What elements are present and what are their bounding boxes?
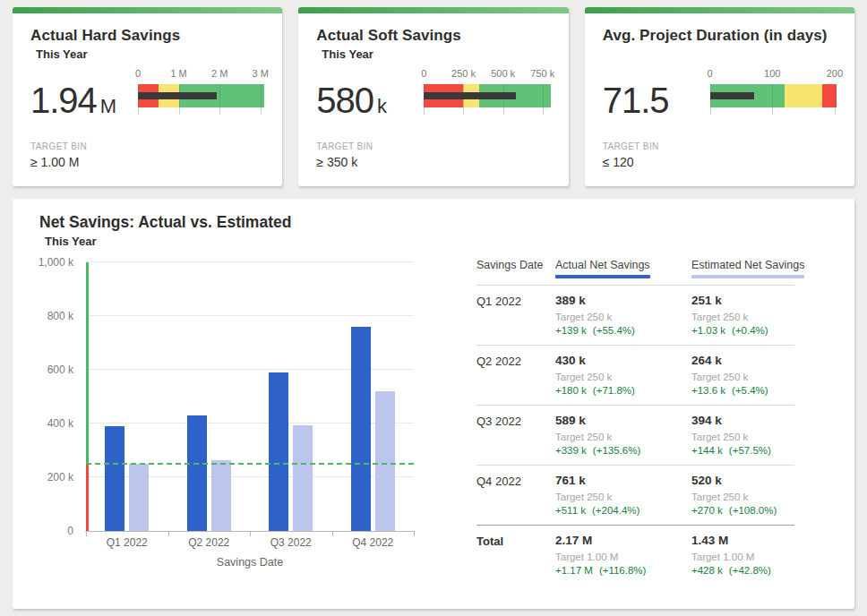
bullet-value-marker [138,92,217,99]
target-line [86,463,414,465]
actual-cell: 589 kTarget 250 k+339 k(+135.6%) [555,414,691,456]
table-row-q3-2022[interactable]: Q3 2022589 kTarget 250 k+339 k(+135.6%)3… [476,406,794,466]
cell-value: 761 k [555,474,691,487]
table-body: Q1 2022389 kTarget 250 k+139 k(+55.4%)25… [476,286,794,585]
category-group-q2-2022 [168,262,251,531]
bullet-chart-soft-savings: 0250 k500 k750 k [424,68,550,127]
bullet-axis-tick: 1 M [170,68,186,79]
x-axis-tick [86,531,87,536]
bullet-axis-tick: 100 [764,68,780,79]
delta-percent: (+5.4%) [732,385,768,396]
kpi-title: Avg. Project Duration (in days) [603,27,837,45]
y-axis-indicator-below-target [86,464,89,531]
y-axis-tick-label: 400 k [47,417,73,430]
panel-subtitle: This Year [45,235,837,248]
kpi-value: 1.94M [30,68,129,121]
actual-cell: 2.17 MTarget 1.00 M+1.17 M(+116.8%) [555,534,691,576]
bullet-tick-line [463,84,464,115]
bullet-axis-tick: 0 [135,68,141,79]
delta-percent: (+55.4%) [593,325,635,336]
bar-estimated-q2-2022[interactable] [211,460,231,531]
estimated-cell: 1.43 MTarget 1.00 M+428 k(+42.8%) [691,534,817,576]
bullet-tick-line [835,84,836,115]
category-group-q3-2022 [250,262,332,531]
kpi-title: Actual Soft Savings [316,27,550,45]
delta-percent: (+135.6%) [593,445,640,456]
delta-amount: +13.6 k [691,385,725,396]
row-label: Q3 2022 [476,414,555,456]
bar-estimated-q3-2022[interactable] [293,425,313,531]
target-bin-value: ≤ 120 [603,155,837,169]
delta-percent: (+116.8%) [599,565,647,576]
x-axis-title: Savings Date [86,556,414,569]
table-row-total[interactable]: Total2.17 MTarget 1.00 M+1.17 M(+116.8%)… [476,525,794,585]
table-row-q4-2022[interactable]: Q4 2022761 kTarget 250 k+511 k(+204.4%)5… [476,466,794,526]
target-bin-label: TARGET BIN [316,141,550,151]
bar-actual-q2-2022[interactable] [187,415,207,531]
category-group-q1-2022 [86,262,168,531]
bar-actual-q1-2022[interactable] [105,426,124,531]
bullet-axis-tick: 250 k [451,68,476,79]
y-axis-tick-label: 200 k [47,471,73,483]
bar-estimated-q1-2022[interactable] [129,464,149,531]
cell-target: Target 250 k [691,432,817,442]
kpi-card-actual-hard-savings: Actual Hard Savings This Year 1.94M 01 M… [13,7,282,186]
bullet-axis-tick: 0 [421,68,426,79]
cell-value: 589 k [555,414,691,427]
panel-title: Net Savings: Actual vs. Estimated [39,213,837,232]
x-axis-labels: Q1 2022Q2 2022Q3 2022Q4 2022 [86,536,414,549]
cell-delta: +270 k(+108.0%) [691,505,817,516]
bar-actual-q3-2022[interactable] [269,372,288,531]
table-header: Savings Date Actual Net Savings Estimate… [476,259,794,286]
table-row-q2-2022[interactable]: Q2 2022430 kTarget 250 k+180 k(+71.8%)26… [476,346,794,406]
cell-target: Target 250 k [555,492,691,502]
y-axis-tick-label: 0 [67,525,73,537]
bar-estimated-q4-2022[interactable] [375,391,395,531]
category-group-q4-2022 [332,262,415,531]
row-label: Q2 2022 [476,354,555,396]
cell-value: 1.43 M [691,534,817,547]
cell-value: 2.17 M [555,534,691,547]
bullet-segment [785,84,822,107]
delta-amount: +144 k [691,445,723,456]
x-axis-tick [414,531,415,536]
bullet-axis-tick: 750 k [530,68,554,79]
bullet-axis-tick: 200 [827,68,843,79]
bullet-axis-tick: 0 [708,68,713,79]
table-row-q1-2022[interactable]: Q1 2022389 kTarget 250 k+139 k(+55.4%)25… [476,286,794,346]
cell-value: 394 k [691,414,817,427]
bullet-tick-line [543,84,544,115]
card-accent-bar [585,7,854,13]
column-header-actual: Actual Net Savings [555,259,691,285]
kpi-card-actual-soft-savings: Actual Soft Savings This Year 580k 0250 … [298,7,568,186]
bullet-axis-tick: 2 M [211,68,227,79]
estimated-cell: 394 kTarget 250 k+144 k(+57.5%) [691,414,817,456]
bar-actual-q4-2022[interactable] [351,327,371,531]
y-axis-tick-label: 600 k [47,364,73,376]
kpi-card-avg-project-duration: Avg. Project Duration (in days) 71.5 010… [585,7,854,186]
kpi-subtitle [608,47,837,63]
column-header-estimated: Estimated Net Savings [691,259,817,285]
cell-value: 264 k [691,354,817,367]
x-axis-category-label: Q3 2022 [250,536,332,549]
cell-target: Target 250 k [691,372,817,382]
cell-target: Target 250 k [691,492,817,502]
cell-delta: +139 k(+55.4%) [555,325,691,336]
cell-delta: +144 k(+57.5%) [691,445,817,456]
bullet-tick-line [219,84,220,115]
bullet-tick-line [503,84,504,115]
y-axis-labels: 0200 k400 k600 k800 k1,000 k [30,262,81,531]
target-bin-label: TARGET BIN [30,141,264,151]
kpi-row: Actual Hard Savings This Year 1.94M 01 M… [13,7,854,186]
card-accent-bar [298,7,568,13]
cell-value: 430 k [555,354,691,367]
kpi-subtitle: This Year [322,47,550,63]
cell-delta: +339 k(+135.6%) [555,445,691,456]
column-header-savings-date: Savings Date [476,259,555,285]
delta-percent: (+108.0%) [729,505,777,516]
target-bin-value: ≥ 350 k [316,155,550,169]
cell-value: 251 k [691,294,817,307]
x-axis-tick [250,531,251,536]
estimated-cell: 264 kTarget 250 k+13.6 k(+5.4%) [691,354,817,396]
actual-cell: 761 kTarget 250 k+511 k(+204.4%) [555,474,691,516]
